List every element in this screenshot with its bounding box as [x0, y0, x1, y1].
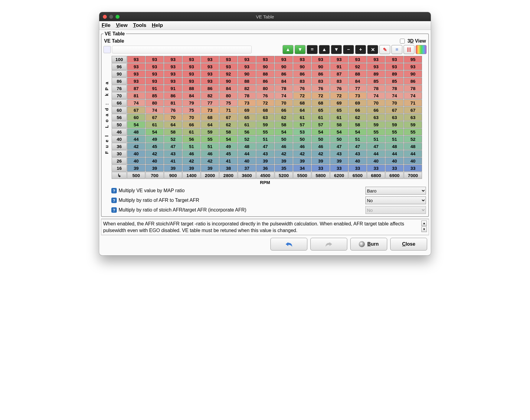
table-cell[interactable]: 46 — [293, 143, 311, 150]
table-cell[interactable]: 51 — [367, 136, 385, 143]
table-cell[interactable]: 42 — [312, 150, 330, 157]
table-cell[interactable]: 93 — [201, 63, 219, 70]
y-header[interactable]: 86 — [112, 78, 127, 85]
table-cell[interactable]: 59 — [385, 121, 404, 128]
table-cell[interactable]: 73 — [201, 107, 219, 114]
table-cell[interactable]: 39 — [275, 157, 293, 164]
table-cell[interactable]: 92 — [219, 70, 237, 77]
table-cell[interactable]: 44 — [367, 150, 385, 157]
table-cell[interactable]: 90 — [219, 78, 237, 85]
table-cell[interactable]: 68 — [201, 114, 219, 121]
table-cell[interactable]: 85 — [367, 78, 385, 85]
y-header[interactable]: 60 — [112, 107, 127, 114]
table-cell[interactable]: 47 — [256, 143, 274, 150]
table-cell[interactable]: 70 — [385, 99, 404, 106]
help-scroll-up[interactable]: ▲ — [421, 221, 427, 226]
arrow-up-button[interactable]: ▲ — [319, 45, 330, 54]
table-cell[interactable]: 93 — [201, 70, 219, 77]
note-icon[interactable] — [103, 46, 111, 53]
table-cell[interactable]: 93 — [219, 56, 237, 63]
table-cell[interactable]: 74 — [404, 92, 422, 99]
table-cell[interactable]: 93 — [312, 56, 330, 63]
table-cell[interactable]: 48 — [238, 143, 256, 150]
table-cell[interactable]: 54 — [348, 128, 367, 135]
table-cell[interactable]: 92 — [348, 63, 367, 70]
table-cell[interactable]: 46 — [312, 143, 330, 150]
x-header[interactable]: 4500 — [256, 172, 274, 179]
table-cell[interactable]: 42 — [146, 150, 164, 157]
x-header[interactable]: 2000 — [201, 172, 219, 179]
table-cell[interactable]: 59 — [367, 121, 385, 128]
x-header[interactable]: 6500 — [348, 172, 367, 179]
table-cell[interactable]: 58 — [348, 121, 367, 128]
equals-button[interactable]: = — [307, 45, 318, 54]
table-cell[interactable]: 54 — [219, 136, 237, 143]
table-cell[interactable]: 46 — [201, 150, 219, 157]
table-cell[interactable]: 66 — [367, 107, 385, 114]
table-cell[interactable]: 51 — [201, 143, 219, 150]
table-cell[interactable]: 38 — [219, 165, 237, 172]
table-cell[interactable]: 45 — [146, 143, 164, 150]
table-cell[interactable]: 43 — [348, 150, 367, 157]
redo-button[interactable] — [310, 238, 347, 250]
table-cell[interactable]: 46 — [275, 143, 293, 150]
table-cell[interactable]: 33 — [367, 165, 385, 172]
option-select[interactable]: Baro — [365, 187, 426, 195]
table-cell[interactable]: 93 — [293, 56, 311, 63]
table-cell[interactable]: 44 — [127, 136, 145, 143]
table-cell[interactable]: 61 — [182, 128, 201, 135]
table-cell[interactable]: 51 — [348, 136, 367, 143]
menu-file[interactable]: File — [102, 22, 110, 28]
y-header[interactable]: 36 — [112, 143, 127, 150]
minus-button[interactable]: − — [343, 45, 354, 54]
x-header[interactable]: 900 — [164, 172, 182, 179]
table-cell[interactable]: 90 — [404, 70, 422, 77]
rows-button[interactable]: ≡ — [391, 45, 402, 54]
table-cell[interactable]: 43 — [256, 150, 274, 157]
table-cell[interactable]: 57 — [293, 121, 311, 128]
table-cell[interactable]: 33 — [330, 165, 348, 172]
table-cell[interactable]: 70 — [164, 114, 182, 121]
table-cell[interactable]: 51 — [182, 143, 201, 150]
table-cell[interactable]: 54 — [312, 128, 330, 135]
table-cell[interactable]: 93 — [146, 70, 164, 77]
table-cell[interactable]: 67 — [219, 114, 237, 121]
table-cell[interactable]: 52 — [238, 136, 256, 143]
table-cell[interactable]: 40 — [127, 157, 145, 164]
y-header[interactable]: 66 — [112, 99, 127, 106]
table-cell[interactable]: 93 — [127, 56, 145, 63]
table-cell[interactable]: 33 — [312, 165, 330, 172]
x-header[interactable]: 1400 — [182, 172, 201, 179]
table-cell[interactable]: 75 — [219, 99, 237, 106]
rainbow-button[interactable] — [416, 45, 427, 54]
table-cell[interactable]: 79 — [182, 99, 201, 106]
y-header[interactable]: 96 — [112, 63, 127, 70]
table-cell[interactable]: 61 — [293, 114, 311, 121]
table-cell[interactable]: 86 — [275, 70, 293, 77]
table-cell[interactable]: 59 — [201, 128, 219, 135]
table-cell[interactable]: 93 — [385, 63, 404, 70]
table-cell[interactable]: 34 — [293, 165, 311, 172]
table-cell[interactable]: 88 — [238, 78, 256, 85]
table-cell[interactable]: 61 — [238, 121, 256, 128]
table-cell[interactable]: 76 — [256, 92, 274, 99]
table-cell[interactable]: 68 — [256, 107, 274, 114]
table-cell[interactable]: 86 — [404, 78, 422, 85]
table-cell[interactable]: 86 — [256, 78, 274, 85]
table-cell[interactable]: 76 — [164, 107, 182, 114]
table-cell[interactable]: 40 — [385, 157, 404, 164]
table-cell[interactable]: 93 — [164, 63, 182, 70]
table-cell[interactable]: 74 — [385, 92, 404, 99]
table-cell[interactable]: 59 — [404, 121, 422, 128]
table-cell[interactable]: 54 — [330, 128, 348, 135]
table-cell[interactable]: 50 — [330, 136, 348, 143]
menu-help[interactable]: Help — [152, 22, 163, 28]
table-cell[interactable]: 78 — [367, 85, 385, 92]
table-cell[interactable]: 93 — [127, 78, 145, 85]
arrow-down-button[interactable]: ▼ — [331, 45, 342, 54]
table-cell[interactable]: 77 — [201, 99, 219, 106]
table-cell[interactable]: 74 — [367, 92, 385, 99]
table-cell[interactable]: 78 — [238, 92, 256, 99]
table-cell[interactable]: 67 — [146, 114, 164, 121]
table-cell[interactable]: 39 — [127, 165, 145, 172]
